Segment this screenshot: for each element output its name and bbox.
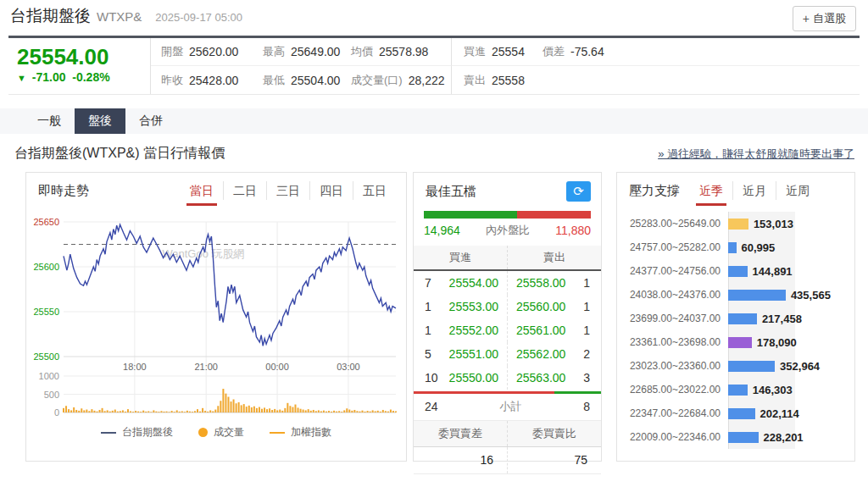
intraday-chart: 2565025600255502550018:0021:0000:0003:00… (30, 207, 403, 420)
stat-value: 25578.98 (379, 45, 428, 58)
pressure-rows: 25283.00~25649.00153,01324757.00~25282.0… (617, 212, 854, 449)
chart-period-tabs: 當日二日三日四日五日 (181, 181, 396, 200)
pressure-row: 24757.00~25282.0060,995 (617, 235, 854, 259)
sell-volume: 1 (572, 276, 601, 290)
inner-ratio-bar (424, 211, 517, 219)
chart-tab-當日[interactable]: 當日 (181, 181, 223, 200)
chart-tab-二日[interactable]: 二日 (223, 181, 266, 200)
chart-tab-三日[interactable]: 三日 (266, 181, 309, 200)
plus-icon: + (803, 12, 810, 25)
subtotal-ratio-bar (414, 391, 601, 394)
volume-bar-plot: 144,891 (728, 259, 854, 283)
best-five-row: 125553.0025560.001 (414, 295, 601, 318)
buy-volume: 7 (414, 276, 442, 290)
buy-price: 25554.00 (442, 276, 507, 290)
add-watchlist-button[interactable]: + 自選股 (793, 6, 856, 31)
stat-label: 成交量(口) (351, 73, 403, 88)
stat-cell: 均價25578.98 (341, 38, 451, 66)
chart-legend: 台指期盤後成交量加權指數 (30, 425, 403, 440)
price-line (64, 224, 396, 346)
chart-tab-五日[interactable]: 五日 (353, 181, 396, 200)
legend-label: 成交量 (214, 425, 244, 440)
volume-value: 60,995 (742, 241, 776, 254)
svg-text:21:00: 21:00 (194, 362, 218, 372)
order-ratio-label: 委買賣比 (508, 421, 601, 446)
sell-price: 25560.00 (508, 300, 572, 313)
down-triangle-icon: ▼ (17, 73, 26, 83)
chart-panel-head: 即時走勢 當日二日三日四日五日 (26, 173, 406, 202)
chart-tab-四日[interactable]: 四日 (309, 181, 353, 200)
inner-volume: 14,964 (424, 224, 460, 237)
pressure-row: 23023.00~23360.00352,964 (617, 354, 854, 378)
tab-合併[interactable]: 合併 (125, 108, 176, 134)
best-five-row: 525551.0025562.002 (414, 342, 601, 366)
pressure-title: 壓力支撐 (629, 183, 680, 199)
pressure-row: 25283.00~25649.00153,013 (617, 212, 854, 235)
stat-label: 最高 (263, 44, 285, 59)
article-link[interactable]: » 過往經驗，賺得太舒服就隨時要出事了 (658, 147, 854, 162)
pressure-tab-近季[interactable]: 近季 (690, 181, 732, 200)
pressure-tab-近周[interactable]: 近周 (776, 181, 819, 200)
sell-cell: 25561.001 (508, 318, 601, 342)
volume-bar (728, 313, 757, 324)
stat-cell: 開盤25620.00 (151, 38, 253, 66)
price-change: ▼ -71.00 -0.28% (17, 70, 150, 84)
pressure-support-panel: 壓力支撐 近季近月近周 25283.00~25649.00153,0132475… (616, 172, 855, 462)
stat-label: 價差 (542, 44, 565, 59)
pressure-row: 22685.00~23022.00146,303 (617, 378, 854, 401)
stat-label: 均價 (351, 44, 373, 59)
buy-cell: 725554.00 (414, 271, 508, 295)
legend-label: 台指期盤後 (122, 425, 173, 440)
volume-bar (728, 408, 755, 419)
stat-value: 25620.00 (189, 45, 238, 58)
inner-outer-bar (424, 211, 591, 219)
price-range-label: 23699.00~24037.00 (617, 313, 721, 324)
change-percent: -0.28% (72, 70, 109, 84)
volume-bar (728, 219, 748, 230)
sell-cell: 25560.001 (508, 295, 601, 318)
sell-subtotal: 8 (583, 400, 590, 413)
pressure-tab-近月[interactable]: 近月 (732, 181, 776, 200)
refresh-button[interactable]: ⟳ (566, 181, 591, 202)
volume-value: 352,964 (780, 360, 820, 373)
best-five-head: 最佳五檔 ⟳ (414, 173, 601, 203)
svg-text:25500: 25500 (33, 351, 59, 362)
buy-cell: 1025550.00 (414, 366, 508, 390)
volume-bar (728, 432, 759, 443)
add-watchlist-label: 自選股 (813, 11, 846, 26)
inner-outer-label: 內外盤比 (460, 223, 555, 238)
svg-text:25650: 25650 (33, 217, 59, 227)
order-ratio-value: 75 (508, 447, 601, 473)
stat-label: 買進 (464, 44, 486, 59)
quote-summary-bar: 25554.00 ▼ -71.00 -0.28% 開盤25620.00最高256… (8, 36, 860, 95)
subtotal-row: 24 小計 8 (414, 394, 601, 420)
order-stats-values: 16 75 (414, 447, 601, 474)
volume-value: 228,201 (764, 431, 804, 444)
tab-盤後[interactable]: 盤後 (75, 108, 125, 134)
tab-一般[interactable]: 一般 (24, 108, 75, 134)
section-row: 台指期盤後(WTXP&) 當日行情報價 » 過往經驗，賺得太舒服就隨時要出事了 (14, 145, 854, 163)
realtime-chart-panel: 即時走勢 當日二日三日四日五日 2565025600255502550018:0… (25, 172, 407, 462)
stat-label: 開盤 (161, 44, 183, 59)
buy-volume: 5 (414, 347, 442, 361)
price-range-label: 25283.00~25649.00 (617, 218, 721, 230)
order-diff-label: 委買賣差 (414, 421, 508, 446)
volume-bar (728, 242, 737, 253)
volume-bar (728, 266, 748, 277)
pressure-row: 23361.00~23698.00178,090 (617, 330, 854, 354)
stat-cell (532, 66, 860, 94)
volume-bar-plot: 60,995 (728, 235, 854, 259)
volume-value: 202,114 (760, 407, 799, 420)
stat-value: 25558 (492, 74, 525, 87)
pressure-row: 24377.00~24756.00144,891 (617, 259, 854, 283)
buy-volume: 1 (414, 300, 442, 313)
volume-bar-plot: 153,013 (728, 212, 854, 235)
stat-cell: 最低25504.00 (253, 66, 341, 94)
stat-value: 25554 (492, 45, 525, 58)
best-five-title: 最佳五檔 (426, 184, 476, 200)
volume-bar-plot: 202,114 (728, 401, 854, 425)
best-five-rows: 725554.0025558.001125553.0025560.0011255… (414, 271, 601, 390)
buy-price: 25552.00 (442, 324, 507, 337)
stat-cell: 賣出25558 (451, 66, 532, 94)
best-five-row: 725554.0025558.001 (414, 271, 601, 295)
